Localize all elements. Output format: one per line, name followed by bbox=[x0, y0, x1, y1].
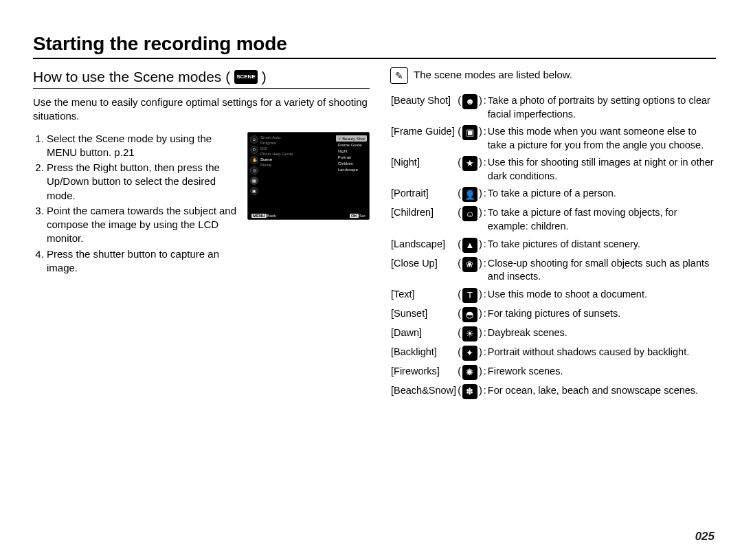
fireworks-icon: ✺ bbox=[462, 365, 477, 380]
text-icon: T bbox=[462, 286, 478, 305]
scene-mode-row: [Night](★):Use this for shooting still i… bbox=[390, 154, 716, 185]
scene-mode-name: [Night] bbox=[390, 154, 457, 185]
close-paren: ) bbox=[478, 204, 483, 235]
backlight-icon: ✦ bbox=[462, 344, 478, 363]
title-rule bbox=[33, 58, 716, 59]
night-icon: ★ bbox=[462, 154, 478, 185]
sunset-icon: ◓ bbox=[462, 305, 478, 324]
scene-mode-row: [Frame Guide](▣):Use this mode when you … bbox=[390, 123, 716, 154]
close-paren: ) bbox=[478, 123, 483, 154]
step-item: Press the Right button, then press the U… bbox=[47, 161, 238, 203]
lcd-menu-button-icon: MENU bbox=[251, 214, 267, 218]
scene-mode-name: [Portrait] bbox=[390, 185, 457, 204]
open-paren: ( bbox=[457, 92, 462, 123]
lcd-label: Scene bbox=[260, 157, 334, 161]
scene-mode-row: [Children](☺):To take a picture of fast … bbox=[390, 204, 716, 235]
scene-mode-row: [Sunset](◓):For taking pictures of sunse… bbox=[390, 305, 716, 324]
open-paren: ( bbox=[457, 382, 462, 401]
open-paren: ( bbox=[457, 255, 462, 286]
close-up-icon: ❀ bbox=[462, 255, 478, 286]
scene-mode-row: [Beauty Shot](☻):Take a photo of portrai… bbox=[390, 92, 716, 123]
open-paren: ( bbox=[457, 305, 462, 324]
page-title: Starting the recording mode bbox=[33, 33, 716, 55]
section-heading: How to use the Scene modes ( SCENE ) bbox=[33, 69, 370, 85]
landscape-icon: ▲ bbox=[462, 238, 477, 253]
step-item: Press the shutter button to capture an i… bbox=[47, 247, 238, 276]
scene-mode-row: [Backlight](✦):Portrait without shadows … bbox=[390, 344, 716, 363]
scene-mode-row: [Fireworks](✺):Firework scenes. bbox=[390, 363, 716, 382]
scene-mode-desc: Portrait without shadows caused by backl… bbox=[487, 344, 716, 363]
note-icon: ✎ bbox=[390, 67, 408, 84]
lcd-menu-item: Frame Guide bbox=[336, 142, 367, 148]
lcd-pip-icon: P bbox=[250, 146, 258, 154]
page-number: 025 bbox=[695, 530, 715, 544]
lcd-label: Photo Help Guide bbox=[260, 152, 334, 156]
section-heading-text: How to use the Scene modes ( bbox=[33, 69, 230, 85]
lcd-footer: MENUBack OKSet bbox=[250, 214, 367, 218]
night-icon: ★ bbox=[462, 156, 477, 171]
beach-snow-icon: ✽ bbox=[462, 382, 478, 401]
close-paren: ) bbox=[478, 92, 483, 123]
scene-mode-desc: Use this mode to shoot a document. bbox=[487, 286, 716, 305]
scene-mode-desc: To take a picture of fast moving objects… bbox=[487, 204, 716, 235]
section-rule bbox=[33, 88, 370, 89]
beauty-shot-icon: ☻ bbox=[462, 92, 478, 123]
beach-snow-icon: ✽ bbox=[462, 384, 477, 399]
scene-mode-name: [Beauty Shot] bbox=[390, 92, 457, 123]
steps-list: Select the Scene mode by using the MENU … bbox=[33, 132, 238, 277]
lcd-mode-labels: Smart Auto Program DIS Photo Help Guide … bbox=[260, 135, 334, 195]
section-heading-close: ) bbox=[262, 69, 267, 85]
children-icon: ☺ bbox=[462, 204, 478, 235]
landscape-icon: ▲ bbox=[462, 236, 478, 255]
lcd-menu-item: Landscape bbox=[336, 167, 367, 172]
close-paren: ) bbox=[478, 324, 483, 344]
scene-mode-name: [Dawn] bbox=[390, 324, 457, 344]
scene-mode-icon: SCENE bbox=[234, 70, 258, 84]
scene-mode-desc: To take pictures of distant scenery. bbox=[487, 236, 716, 255]
frame-guide-icon: ▣ bbox=[462, 123, 478, 154]
close-paren: ) bbox=[478, 305, 483, 324]
lcd-label: Movie bbox=[260, 163, 334, 167]
scene-mode-table: [Beauty Shot](☻):Take a photo of portrai… bbox=[390, 92, 716, 401]
close-paren: ) bbox=[478, 154, 483, 185]
frame-guide-icon: ▣ bbox=[462, 125, 477, 140]
fireworks-icon: ✺ bbox=[462, 363, 478, 382]
beauty-shot-icon: ☻ bbox=[462, 94, 477, 109]
lcd-mode-icons: ☺ P ✋ ◎ ▦ ▣ bbox=[250, 135, 258, 195]
lcd-label: DIS bbox=[260, 146, 334, 150]
close-paren: ) bbox=[478, 185, 483, 204]
scene-mode-name: [Sunset] bbox=[390, 305, 457, 324]
lcd-menu-item: Night bbox=[336, 148, 367, 154]
close-paren: ) bbox=[478, 363, 483, 382]
open-paren: ( bbox=[457, 324, 462, 344]
scene-mode-name: [Frame Guide] bbox=[390, 123, 457, 154]
lcd-pip-icon: ▦ bbox=[250, 177, 258, 185]
open-paren: ( bbox=[457, 123, 462, 154]
lcd-label: Program bbox=[260, 141, 334, 145]
lcd-label: Smart Auto bbox=[260, 135, 334, 139]
scene-mode-desc: To take a picture of a person. bbox=[487, 185, 716, 204]
scene-mode-desc: For ocean, lake, beach and snowscape sce… bbox=[487, 382, 716, 401]
open-paren: ( bbox=[457, 363, 462, 382]
scene-mode-name: [Text] bbox=[390, 286, 457, 305]
scene-mode-name: [Fireworks] bbox=[390, 363, 457, 382]
lcd-pip-icon: ☺ bbox=[250, 135, 258, 144]
lcd-pip-icon: ✋ bbox=[250, 156, 258, 164]
scene-mode-desc: Use this for shooting still images at ni… bbox=[487, 154, 716, 185]
lcd-pip-icon: ◎ bbox=[250, 166, 258, 175]
close-paren: ) bbox=[478, 255, 483, 286]
scene-mode-row: [Dawn](☀):Daybreak scenes. bbox=[390, 324, 716, 344]
scene-mode-desc: For taking pictures of sunsets. bbox=[487, 305, 716, 324]
portrait-icon: 👤 bbox=[462, 185, 478, 204]
portrait-icon: 👤 bbox=[462, 187, 477, 202]
step-item: Point the camera towards the subject and… bbox=[47, 204, 238, 246]
scene-mode-desc: Daybreak scenes. bbox=[487, 324, 716, 344]
dawn-icon: ☀ bbox=[462, 324, 478, 344]
open-paren: ( bbox=[457, 185, 462, 204]
close-paren: ) bbox=[478, 344, 483, 363]
scene-mode-row: [Beach&Snow](✽):For ocean, lake, beach a… bbox=[390, 382, 716, 401]
scene-mode-name: [Children] bbox=[390, 204, 457, 235]
lcd-preview: ☺ P ✋ ◎ ▦ ▣ Smart Auto Program DIS Photo… bbox=[247, 132, 370, 220]
open-paren: ( bbox=[457, 204, 462, 235]
lcd-set-label: Set bbox=[359, 214, 366, 218]
